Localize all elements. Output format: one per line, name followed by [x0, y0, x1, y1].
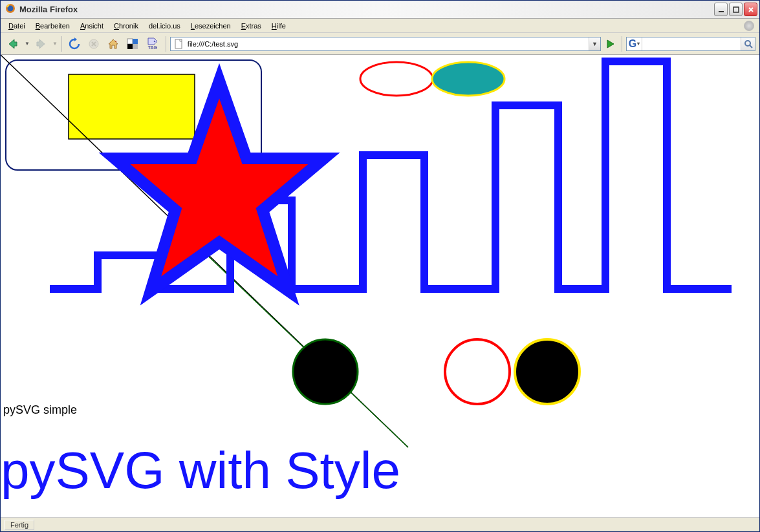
go-button[interactable]	[603, 37, 618, 51]
teal-ellipse	[432, 62, 505, 96]
menu-chronik[interactable]: Chronik	[109, 20, 144, 32]
svg-point-9	[154, 41, 156, 43]
firefox-icon	[5, 3, 16, 16]
browser-window: Mozilla Firefox Datei Bearbeiten Ansicht…	[0, 0, 760, 532]
address-bar[interactable]: ▼	[170, 37, 601, 51]
window-title: Mozilla Firefox	[19, 5, 78, 14]
search-input[interactable]	[642, 39, 741, 49]
page-icon	[173, 39, 184, 49]
tag-label: TAG	[148, 45, 157, 50]
menu-lesezeichen[interactable]: Lesezeichen	[186, 20, 236, 32]
svg-rect-3	[733, 7, 739, 12]
forward-dropdown-icon[interactable]: ▼	[52, 41, 58, 47]
viewport: pySVG simple pySVG with Style	[1, 55, 759, 517]
svg-rect-5	[127, 39, 133, 44]
menu-datei[interactable]: Datei	[3, 20, 30, 32]
back-button[interactable]	[5, 36, 21, 52]
black-circle-green-stroke	[293, 339, 358, 404]
menu-hilfe[interactable]: Hilfe	[266, 20, 291, 32]
tag-button[interactable]: TAG	[144, 36, 162, 52]
svg-rect-10	[175, 39, 182, 48]
throbber-icon	[744, 21, 754, 31]
yellow-rect	[69, 74, 195, 139]
statusbar: Fertig	[1, 517, 759, 531]
nav-toolbar: ▼ ▼ TAG ▼	[1, 33, 759, 55]
menu-ansicht[interactable]: Ansicht	[75, 20, 109, 32]
forward-button[interactable]	[32, 36, 49, 52]
menu-delicious[interactable]: del.icio.us	[144, 20, 186, 32]
status-text: Fertig	[5, 520, 34, 530]
svg-text-simple: pySVG simple	[3, 403, 77, 416]
svg-rect-8	[133, 44, 138, 49]
svg-rect-6	[133, 39, 138, 44]
red-circle-outline	[445, 339, 510, 404]
reload-button[interactable]	[66, 36, 83, 52]
maximize-button[interactable]	[729, 3, 743, 16]
search-engine-icon[interactable]: G▾	[627, 37, 642, 50]
address-dropdown-icon[interactable]: ▼	[589, 37, 600, 50]
titlebar: Mozilla Firefox	[1, 1, 759, 19]
svg-text-styled: pySVG with Style	[1, 442, 400, 499]
svg-rect-7	[127, 44, 133, 49]
red-ellipse-outline	[360, 62, 433, 96]
svg-canvas: pySVG simple pySVG with Style	[1, 55, 759, 517]
address-input[interactable]	[186, 39, 589, 49]
svg-rect-2	[719, 11, 724, 12]
close-button[interactable]	[744, 3, 757, 16]
menubar: Datei Bearbeiten Ansicht Chronik del.ici…	[1, 19, 759, 33]
svg-point-11	[745, 41, 750, 46]
minimize-button[interactable]	[714, 3, 728, 16]
stop-button[interactable]	[85, 36, 102, 52]
delicious-button[interactable]	[124, 36, 141, 52]
menu-bearbeiten[interactable]: Bearbeiten	[30, 20, 75, 32]
back-dropdown-icon[interactable]: ▼	[25, 41, 30, 47]
menu-extras[interactable]: Extras	[236, 20, 266, 32]
search-box[interactable]: G▾	[626, 37, 755, 51]
home-button[interactable]	[105, 36, 122, 52]
black-circle-yellow-stroke	[515, 339, 580, 404]
search-button[interactable]	[741, 37, 755, 50]
